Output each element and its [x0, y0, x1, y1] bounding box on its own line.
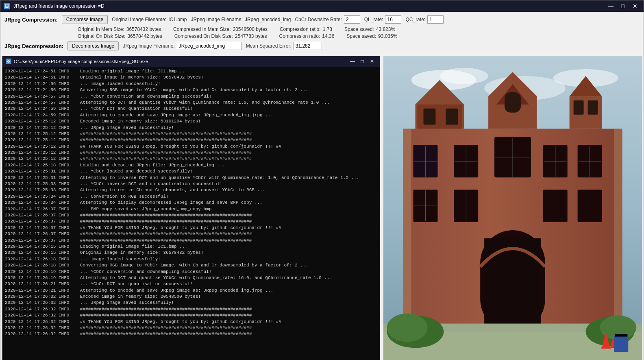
- terminal-controls: — □ ✕: [348, 58, 376, 65]
- svg-rect-40: [578, 190, 602, 222]
- terminal-line: 2020-12-14 17:25:12 INFO ###############…: [5, 131, 377, 137]
- cbcr-group: CbCr Downsize Rate:: [295, 15, 360, 24]
- comp-mem-value: 20548500 bytes: [233, 26, 268, 32]
- terminal-body[interactable]: 2020-12-14 17:24:51 INFO Loading origina…: [2, 67, 380, 360]
- close-button[interactable]: ✕: [630, 2, 640, 10]
- comp-mem-stat: Compressed In Mem Size: 20548500 bytes: [173, 26, 268, 32]
- terminal-line: 2020-12-14 17:25:31 INFO ... YCbCr loade…: [5, 168, 377, 175]
- terminal-line: 2020-12-14 17:25:18 INFO Loading and dec…: [5, 162, 377, 168]
- svg-rect-54: [614, 336, 628, 352]
- terminal-line: 2020-12-14 17:26:32 INFO ###############…: [5, 306, 377, 312]
- terminal-line: 2020-12-14 17:26:15 INFO Loading origina…: [5, 244, 377, 250]
- original-file-label: Original Image Filename:: [112, 17, 166, 22]
- svg-point-48: [387, 314, 428, 342]
- content-area: JRpeg Compression: Compress Image Origin…: [0, 12, 644, 360]
- maximize-button[interactable]: □: [618, 2, 628, 10]
- terminal-line: 2020-12-14 17:24:59 INFO ... YCbCr DCT a…: [5, 106, 377, 112]
- terminal-line: 2020-12-14 17:26:21 INFO ... YCbCr DCT a…: [5, 281, 377, 287]
- decompression-row: JRpeg Decompression: Decompress Image JR…: [4, 41, 640, 50]
- svg-rect-44: [614, 129, 622, 332]
- terminal-line: 2020-12-14 17:26:07 INFO ###############…: [5, 218, 377, 225]
- comp-disk-value: 2547783 bytes: [235, 33, 267, 39]
- cbcr-input[interactable]: [344, 15, 360, 24]
- terminal-line: 2020-12-14 17:26:21 INFO Attempting to e…: [5, 288, 377, 294]
- terminal-line: 2020-12-14 17:26:15 INFO Original image …: [5, 250, 377, 256]
- terminal-close-button[interactable]: ✕: [368, 58, 376, 65]
- svg-rect-43: [403, 129, 411, 332]
- terminal-line: 2020-12-14 17:24:51 INFO Original image …: [5, 74, 377, 81]
- terminal-line: 2020-12-14 17:25:12 INFO ###############…: [5, 150, 377, 156]
- terminal-line: 2020-12-14 17:24:57 INFO Attempting to D…: [5, 100, 377, 106]
- original-file-group: Original Image Filename: IC1.bmp: [112, 17, 187, 22]
- svg-rect-10: [446, 109, 458, 125]
- orig-disk-stat: Original On Disk Size: 36578442 bytes: [78, 33, 162, 39]
- decompress-image-button[interactable]: Decompress Image: [67, 41, 119, 50]
- space-saved1-value: 43.823%: [376, 26, 395, 32]
- compression-row-1: JRpeg Compression: Compress Image Origin…: [4, 15, 640, 24]
- cbcr-label: CbCr Downsize Rate:: [295, 17, 342, 22]
- main-window: 🖼 JRpeg and friends image compression =D…: [0, 0, 644, 360]
- mse-label: Mean Squared Error:: [246, 43, 292, 49]
- comp-disk-stat: Compressed On Disk Size: 2547783 bytes: [174, 33, 267, 39]
- terminal-maximize-button[interactable]: □: [358, 58, 367, 65]
- lower-area: ⚙ C:\Users\jouna\REPOS\py-image-compress…: [0, 54, 644, 360]
- ql-group: QL_rate:: [364, 15, 402, 24]
- comp-mem-label: Compressed In Mem Size:: [173, 26, 231, 32]
- terminal-line: 2020-12-14 17:26:32 INFO ###############…: [5, 312, 377, 319]
- orig-mem-value: 36578432 bytes: [126, 26, 161, 32]
- building-image: [383, 56, 642, 360]
- title-bar-controls: — □ ✕: [605, 2, 640, 10]
- decompression-label: JRpeg Decompression:: [4, 43, 63, 49]
- terminal-minimize-button[interactable]: —: [348, 58, 357, 65]
- comp-ratio1-stat: Compression ratio: 1.78: [280, 26, 332, 32]
- space-saved1-label: Space saved:: [344, 26, 374, 32]
- terminal-line: 2020-12-14 17:25:34 INFO ... Conversion …: [5, 194, 377, 200]
- space-saved2-value: 93.035%: [378, 33, 397, 39]
- qc-group: QC_rate:: [405, 15, 444, 24]
- orig-mem-label: Original In Mem Size:: [78, 26, 124, 32]
- terminal-line: 2020-12-14 17:25:33 INFO Attempting to r…: [5, 187, 377, 193]
- stats-row-2: Original On Disk Size: 36578442 bytes Co…: [4, 33, 640, 39]
- mse-input[interactable]: [294, 42, 322, 50]
- comp-disk-label: Compressed On Disk Size:: [174, 33, 233, 39]
- app-title: JRpeg and friends image compression =D: [13, 3, 602, 9]
- terminal-line: 2020-12-14 17:25:12 INFO Encoded image i…: [5, 118, 377, 124]
- terminal-line: 2020-12-14 17:24:57 INFO ... YCbCr conve…: [5, 94, 377, 100]
- minimize-button[interactable]: —: [605, 2, 616, 10]
- jrpeg-file-value: JRpeg_encoded_img: [245, 17, 291, 22]
- compress-image-button[interactable]: Compress Image: [62, 15, 108, 24]
- orig-disk-value: 36578442 bytes: [127, 33, 162, 39]
- decomp-jrpeg-file-input[interactable]: [177, 42, 242, 50]
- original-file-value: IC1.bmp: [168, 17, 187, 22]
- comp-ratio2-stat: Compression ratio: 14.36: [279, 33, 335, 39]
- jrpeg-file-group: JRpeg Image Filename: JRpeg_encoded_img: [191, 17, 291, 22]
- qc-input[interactable]: [427, 15, 444, 24]
- terminal-line: 2020-12-14 17:26:07 INFO ###############…: [5, 238, 377, 244]
- title-bar: 🖼 JRpeg and friends image compression =D…: [0, 0, 644, 12]
- terminal-line: 2020-12-14 17:26:32 INFO Encoded image i…: [5, 294, 377, 300]
- terminal-title-bar: ⚙ C:\Users\jouna\REPOS\py-image-compress…: [2, 56, 380, 67]
- terminal-line: 2020-12-14 17:26:07 INFO ... BMP copy sa…: [5, 206, 377, 212]
- terminal-line: 2020-12-14 17:25:31 INFO Attempting to i…: [5, 175, 377, 181]
- svg-rect-13: [505, 92, 521, 113]
- svg-rect-9: [424, 109, 436, 125]
- svg-rect-42: [484, 238, 541, 327]
- svg-rect-16: [574, 100, 584, 115]
- terminal-line: 2020-12-14 17:26:18 INFO Converting RGB …: [5, 262, 377, 268]
- ql-input[interactable]: [385, 15, 401, 24]
- top-panel: JRpeg Compression: Compress Image Origin…: [0, 12, 644, 54]
- terminal-line: 2020-12-14 17:25:34 INFO Attempting to d…: [5, 200, 377, 206]
- decomp-jrpeg-file-label: JRpeg Image Filename:: [123, 43, 174, 49]
- stats-row-1: Original In Mem Size: 36578432 bytes Com…: [4, 26, 640, 32]
- terminal-line: 2020-12-14 17:26:07 INFO ## THANK YOU FO…: [5, 225, 377, 231]
- terminal-line: 2020-12-14 17:24:51 INFO Loading origina…: [5, 68, 377, 74]
- mse-group: Mean Squared Error:: [246, 42, 322, 50]
- terminal-line: 2020-12-14 17:25:12 INFO ###############…: [5, 137, 377, 143]
- comp-ratio2-label: Compression ratio:: [279, 33, 320, 39]
- terminal-title: C:\Users\jouna\REPOS\py-image-compressio…: [14, 59, 346, 64]
- terminal-line: 2020-12-14 17:25:12 INFO ###############…: [5, 156, 377, 162]
- terminal-line: 2020-12-14 17:25:12 INFO ... JRpeg image…: [5, 125, 377, 131]
- svg-rect-52: [601, 347, 611, 349]
- terminal-line: 2020-12-14 17:26:19 INFO Attempting to D…: [5, 275, 377, 281]
- comp-ratio1-value: 1.78: [323, 26, 332, 32]
